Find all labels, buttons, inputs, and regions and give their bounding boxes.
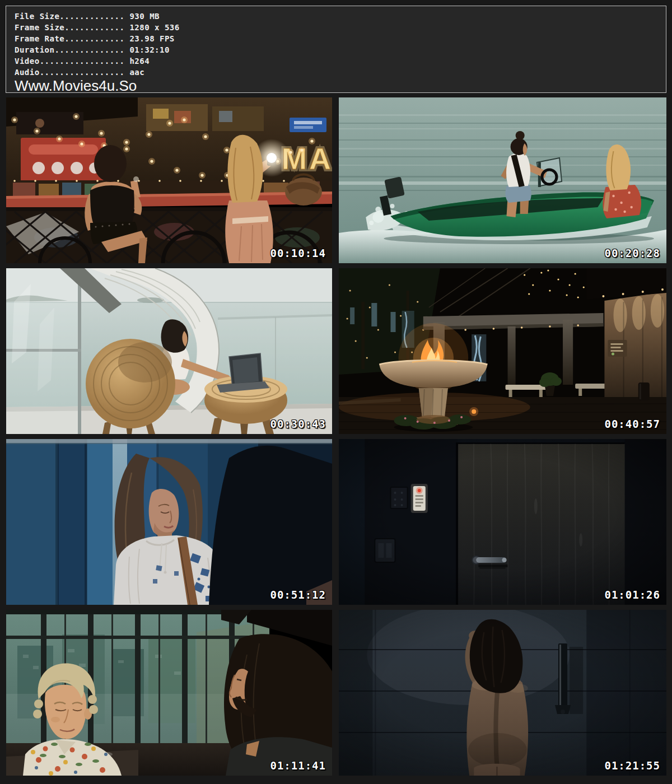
file-info-value: 1280 x 536 xyxy=(129,23,179,32)
screenshot-thumbnail-3: 00:30:43 xyxy=(6,268,332,434)
timestamp-label: 00:10:14 xyxy=(270,248,326,259)
balcony-scene-illustration xyxy=(6,268,332,434)
file-info-label: Video................. xyxy=(15,57,124,66)
screenshot-thumbnail-6: 01:01:26 xyxy=(339,439,666,605)
timestamp-label: 01:21:55 xyxy=(604,760,660,771)
night-market-scene-illustration: MA MA xyxy=(6,97,332,263)
file-info-panel: File Size.............930 MB Frame Size.… xyxy=(6,6,666,93)
media-preview-sheet: File Size.............930 MB Frame Size.… xyxy=(0,6,672,784)
screenshot-thumbnail-5: 00:51:12 xyxy=(6,439,332,605)
timestamp-label: 00:40:57 xyxy=(604,419,660,430)
screenshot-thumbnail-7: 01:11:41 xyxy=(6,610,332,776)
motorboat-scene-illustration xyxy=(339,97,666,263)
dark-door-scene-illustration xyxy=(339,439,666,605)
file-info-value: aac xyxy=(129,68,144,77)
file-info-label: Duration.............. xyxy=(15,45,124,54)
file-info-label: File Size............. xyxy=(15,12,124,21)
file-info-value: 23.98 FPS xyxy=(129,34,174,43)
file-info-row-audio: Audio.................aac xyxy=(15,67,658,78)
timestamp-label: 00:20:28 xyxy=(604,248,660,259)
screenshot-thumbnail-1: MA MA xyxy=(6,97,332,263)
file-info-row-framerate: Frame Rate............23.98 FPS xyxy=(15,33,658,44)
screenshot-grid: MA MA xyxy=(6,97,666,776)
file-info-label: Frame Rate............ xyxy=(15,34,124,43)
file-info-row-duration: Duration..............01:32:10 xyxy=(15,44,658,55)
screenshot-thumbnail-4: 00:40:57 xyxy=(339,268,666,434)
shower-scene-illustration xyxy=(339,610,666,776)
file-info-row-video: Video.................h264 xyxy=(15,55,658,67)
file-info-row-filesize: File Size.............930 MB xyxy=(15,11,658,22)
courtyard-scene-illustration xyxy=(339,268,666,434)
blue-room-scene-illustration xyxy=(6,439,332,605)
timestamp-label: 00:51:12 xyxy=(270,590,326,600)
two-men-scene-illustration xyxy=(6,610,332,776)
timestamp-label: 00:30:43 xyxy=(270,419,326,430)
timestamp-label: 01:11:41 xyxy=(270,760,326,771)
file-info-value: 01:32:10 xyxy=(129,45,169,54)
file-info-label: Audio................. xyxy=(15,68,124,77)
screenshot-thumbnail-8: 01:21:55 xyxy=(339,610,666,776)
screenshot-thumbnail-2: 00:20:28 xyxy=(339,97,666,263)
watermark-site-url: Www.Movies4u.So xyxy=(15,78,658,94)
file-info-value: 930 MB xyxy=(129,12,160,21)
man-right-profile xyxy=(224,634,332,776)
file-info-row-framesize: Frame Size............1280 x 536 xyxy=(15,22,658,33)
timestamp-label: 01:01:26 xyxy=(604,590,660,600)
file-info-label: Frame Size............ xyxy=(15,23,124,32)
file-info-value: h264 xyxy=(129,57,150,66)
